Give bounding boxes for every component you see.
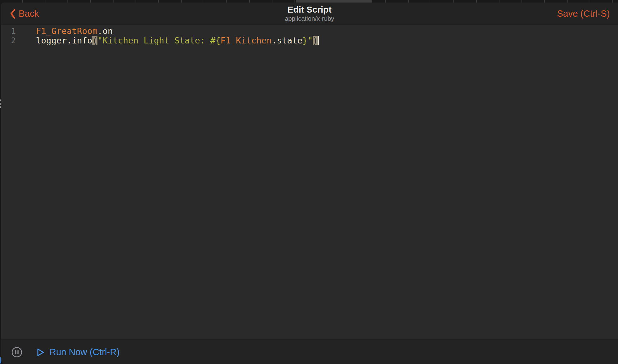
code-line: 2logger.info("Kitchen Light State: #{F1_… — [1, 36, 618, 45]
background-window-tab — [296, 0, 372, 3]
run-now-button[interactable]: Run Now (Ctrl-R) — [37, 347, 120, 357]
code-token-plain: .state — [272, 36, 303, 45]
background-fragment — [0, 363, 1, 364]
line-content: F1_GreatRoom.on — [36, 26, 113, 36]
background-window-top-edge — [0, 0, 618, 3]
line-content: logger.info("Kitchen Light State: #{F1_K… — [36, 36, 319, 45]
code-token-constant: F1_GreatRoom — [36, 26, 97, 36]
footer-toolbar: Run Now (Ctrl-R) — [1, 339, 618, 364]
run-now-label: Run Now (Ctrl-R) — [50, 347, 120, 357]
line-number: 2 — [1, 36, 16, 45]
code-token-match: ( — [92, 36, 97, 45]
text-cursor — [318, 36, 319, 45]
page-subtitle: application/x-ruby — [285, 15, 334, 22]
code-token-plain: logger.info — [36, 36, 92, 45]
code-token-string: }" — [302, 36, 313, 45]
edit-script-modal: Back Edit Script application/x-ruby Save… — [1, 3, 618, 364]
code-token-plain: .on — [97, 26, 113, 36]
code-editor[interactable]: 1F1_GreatRoom.on2logger.info("Kitchen Li… — [1, 25, 618, 339]
code-token-match: ) — [313, 36, 318, 45]
line-number: 1 — [1, 26, 16, 36]
code-token-constant: F1_Kitchen — [220, 36, 272, 45]
title-block: Edit Script application/x-ruby — [1, 3, 618, 25]
pause-button[interactable] — [11, 347, 22, 358]
code-line: 1F1_GreatRoom.on — [1, 26, 618, 36]
screen: { "header": { "back_label": "Back", "tit… — [0, 0, 618, 364]
pause-circle-icon — [11, 347, 22, 358]
page-title: Edit Script — [287, 5, 331, 14]
save-button[interactable]: Save (Ctrl-S) — [557, 3, 610, 25]
navbar: Back Edit Script application/x-ruby Save… — [1, 3, 618, 25]
editor-lines: 1F1_GreatRoom.on2logger.info("Kitchen Li… — [1, 26, 618, 45]
play-icon — [37, 348, 44, 357]
code-token-string: "Kitchen Light State: #{ — [97, 36, 220, 45]
